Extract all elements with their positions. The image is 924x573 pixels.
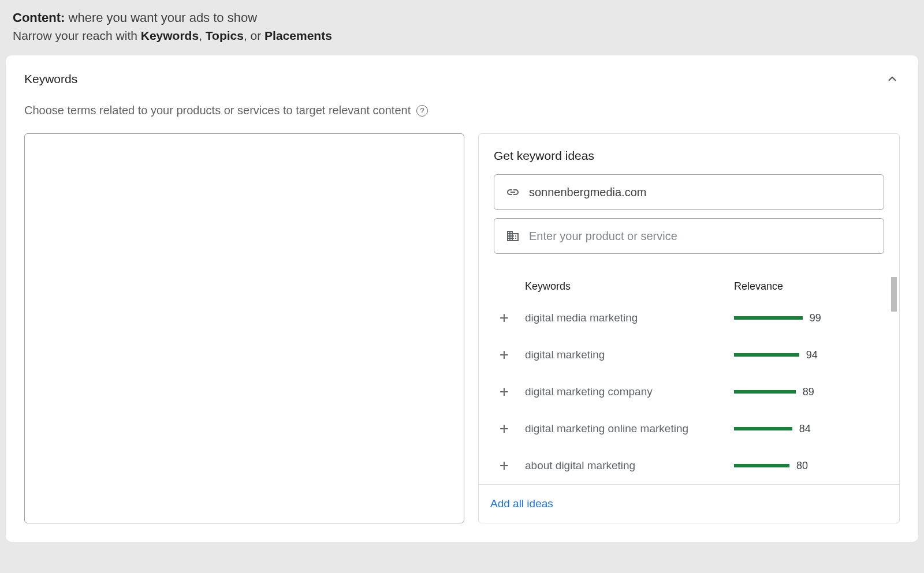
keyword-text: digital marketing online marketing (525, 422, 734, 435)
table-row: +digital marketing online marketing84 (494, 410, 884, 447)
card-title: Keywords (24, 72, 77, 86)
header-title: Content: where you want your ads to show (13, 10, 911, 25)
table-row: +digital marketing94 (494, 336, 884, 373)
keyword-text: digital media marketing (525, 312, 734, 324)
keyword-ideas-panel: Get keyword ideas Keywords (478, 133, 900, 523)
link-icon (506, 185, 520, 199)
keyword-text: digital marketing (525, 349, 734, 361)
relevance-bar (734, 464, 789, 467)
add-keyword-button[interactable]: + (494, 308, 515, 328)
table-header: Keywords Relevance (479, 272, 899, 299)
relevance-value: 89 (803, 386, 814, 398)
product-input[interactable] (529, 230, 872, 243)
card-header: Keywords (24, 72, 900, 87)
ideas-table-body: +digital media marketing99+digital marke… (479, 299, 899, 484)
relevance-value: 84 (799, 423, 811, 435)
keywords-card: Keywords Choose terms related to your pr… (6, 55, 918, 542)
add-all-ideas-link[interactable]: Add all ideas (490, 497, 553, 510)
add-keyword-button[interactable]: + (494, 344, 515, 365)
help-icon[interactable]: ? (416, 105, 428, 117)
card-description: Choose terms related to your products or… (24, 104, 900, 117)
ideas-table: Keywords Relevance +digital media market… (479, 272, 899, 484)
relevance-cell: 80 (734, 460, 884, 472)
table-row: +about digital marketing80 (494, 447, 884, 484)
keyword-text: digital marketing company (525, 385, 734, 398)
relevance-bar (734, 316, 803, 320)
col-header-keywords: Keywords (494, 280, 734, 293)
relevance-bar (734, 427, 792, 430)
url-input[interactable] (529, 186, 872, 199)
add-keyword-button[interactable]: + (494, 381, 515, 402)
header-title-bold: Content: (13, 10, 65, 25)
relevance-bar (734, 353, 799, 357)
relevance-cell: 94 (734, 349, 884, 361)
card-description-text: Choose terms related to your products or… (24, 104, 411, 117)
col-header-relevance: Relevance (734, 280, 884, 293)
header-title-rest: where you want your ads to show (65, 10, 257, 25)
chevron-up-icon (885, 72, 900, 87)
relevance-value: 94 (806, 349, 818, 361)
table-row: +digital marketing company89 (494, 373, 884, 410)
business-icon (506, 229, 520, 243)
scrollbar-thumb[interactable] (891, 277, 897, 312)
keyword-text: about digital marketing (525, 459, 734, 472)
ideas-header: Get keyword ideas (479, 134, 899, 272)
collapse-toggle[interactable] (885, 72, 900, 87)
ideas-title: Get keyword ideas (494, 149, 884, 163)
relevance-value: 80 (796, 460, 808, 472)
content-row: Get keyword ideas Keywords (24, 133, 900, 523)
url-input-field[interactable] (494, 174, 884, 210)
relevance-cell: 84 (734, 423, 884, 435)
add-keyword-button[interactable]: + (494, 418, 515, 439)
keywords-textarea[interactable] (24, 133, 464, 523)
page-header: Content: where you want your ads to show… (0, 0, 924, 55)
relevance-cell: 89 (734, 386, 884, 398)
relevance-value: 99 (810, 312, 821, 324)
table-row: +digital media marketing99 (494, 299, 884, 336)
add-keyword-button[interactable]: + (494, 455, 515, 476)
relevance-bar (734, 390, 796, 394)
relevance-cell: 99 (734, 312, 884, 324)
ideas-footer: Add all ideas (479, 484, 899, 523)
product-input-field[interactable] (494, 218, 884, 254)
header-subtitle: Narrow your reach with Keywords, Topics,… (13, 29, 911, 43)
